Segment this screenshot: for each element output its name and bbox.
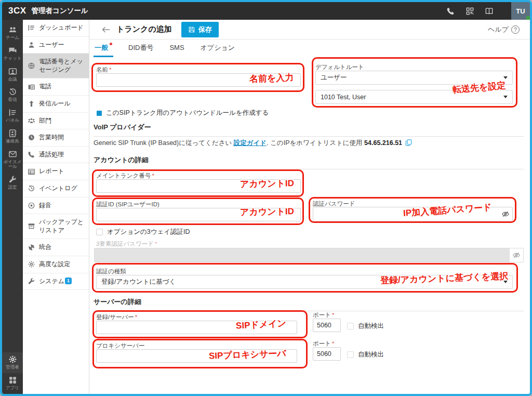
rail-item-voicemail[interactable]: ボイスメール — [2, 147, 23, 173]
rail-bottom: 管理者アプリ — [2, 352, 23, 394]
status-badge: 1 — [65, 278, 72, 284]
auto-detect-checkbox-2[interactable]: 自動検出 — [347, 350, 384, 359]
sidebar-item-label: 統合 — [39, 243, 86, 252]
port1-input[interactable] — [313, 319, 341, 332]
rail-item-label: チーム — [6, 35, 19, 41]
register-server-label: 登録/サーバー* — [96, 313, 137, 321]
sidebar-item-phones[interactable]: 電話 — [23, 78, 89, 96]
rail-item-contacts[interactable]: 連絡先 — [2, 126, 23, 147]
eye-off-icon — [510, 251, 523, 259]
arrow-up-icon — [28, 100, 35, 108]
tab-options[interactable]: オプション — [200, 40, 236, 57]
sidebar-item-label: 発信ルール — [39, 100, 86, 108]
deskphone-icon — [28, 83, 35, 91]
rail-item-apps[interactable]: アプリ — [2, 373, 23, 394]
auto-detect-label: 自動検出 — [358, 322, 384, 331]
avatar[interactable]: TU — [511, 2, 530, 20]
rail-item-label: ボイスメール — [3, 160, 22, 170]
setup-guide-link[interactable]: 設定ガイド — [234, 139, 267, 147]
sidebar-item-system[interactable]: システム1 — [23, 273, 89, 291]
name-input[interactable] — [96, 73, 301, 87]
sidebar-item-label: 通話処理 — [39, 151, 86, 159]
auth-id-input[interactable] — [96, 208, 301, 221]
chevron-down-icon — [503, 96, 508, 98]
sidebar-item-advanced[interactable]: 高度な設定 — [23, 256, 89, 273]
sidebar-item-label: システム1 — [39, 278, 86, 286]
sidebar-item-label: 電話 — [39, 83, 86, 91]
tab-did[interactable]: DID番号 — [127, 40, 154, 57]
main-trunk-input[interactable] — [96, 179, 301, 193]
rail-item-admin[interactable]: 管理者 — [2, 352, 23, 373]
panel-icon — [8, 108, 17, 117]
port2-input[interactable] — [313, 347, 341, 361]
topbar-actions: TU — [446, 2, 530, 20]
route-destination-value: 1010 Test, User — [321, 94, 503, 101]
rail-item-settings[interactable]: 設定 — [2, 173, 23, 193]
chat-icon — [8, 46, 17, 55]
threeway-auth-label: オプションの3ウェイ認証ID — [107, 228, 190, 236]
qr-code-icon[interactable] — [466, 7, 474, 16]
sidebar-item-event-log[interactable]: イベントログ — [23, 180, 89, 197]
rail-item-label: 設定 — [8, 185, 17, 190]
auth-id-label: 認証ID (SIPユーザーID) — [96, 201, 159, 208]
back-icon[interactable] — [101, 25, 111, 34]
rail-item-panel[interactable]: パネル — [2, 105, 23, 126]
sidebar-item-integrations[interactable]: 統合 — [23, 239, 89, 256]
sidebar-item-label: バックアップとリストア — [39, 218, 86, 234]
route-destination-select[interactable]: 1010 Test, User — [315, 90, 513, 104]
eye-off-icon[interactable] — [499, 210, 512, 218]
voip-section-title: VoIP プロバイダー — [94, 123, 524, 137]
proxy-server-input[interactable] — [96, 349, 297, 363]
rail-item-calls[interactable]: 着信 — [2, 85, 23, 105]
sidebar-item-recordings[interactable]: 録音 — [23, 197, 89, 215]
copy-icon[interactable] — [405, 139, 413, 147]
route-type-select[interactable]: ユーザー — [315, 71, 513, 85]
rail-spacer — [2, 193, 23, 353]
group-icon — [28, 117, 35, 125]
sidebar-item-reports[interactable]: レポート — [23, 163, 89, 180]
book-icon[interactable] — [485, 7, 494, 16]
sidebar-item-label: 電話番号とメッセージング — [39, 58, 86, 74]
route-type-value: ユーザー — [321, 73, 503, 82]
dashboard-icon — [28, 24, 35, 32]
record-icon — [28, 202, 35, 209]
rail-item-label: パネル — [6, 118, 19, 123]
outbound-rule-checkbox[interactable]: このSIPトランク用のアウトバウンドルールを作成する — [97, 109, 269, 117]
sidebar-item-call-handling[interactable]: 通話処理 — [23, 147, 89, 164]
rail-item-label: 連絡先 — [6, 139, 19, 144]
sidebar-item-outbound-rules[interactable]: 発信ルール — [23, 96, 89, 113]
rail-item-meet[interactable]: 会議 — [2, 64, 23, 85]
gear-icon — [8, 355, 17, 364]
tab-general[interactable]: 一般 — [94, 40, 113, 57]
phone-icon[interactable] — [446, 7, 455, 16]
chevron-down-icon — [503, 76, 508, 79]
provider-text: Generic SIP Trunk (IP Based)に従ってください — [94, 139, 234, 147]
auth-type-select[interactable]: 登録/アカウントに基づく — [96, 275, 513, 289]
proxy-server-label: プロキシサーバー — [96, 342, 145, 350]
sidebar-item-backup-restore[interactable]: バックアップとリストア — [23, 214, 89, 239]
required-mark: * — [109, 67, 111, 73]
required-mark: * — [152, 173, 154, 179]
rail-item-teams[interactable]: チーム — [2, 23, 23, 44]
sidebar-item-users[interactable]: ユーザー — [23, 37, 89, 54]
sidebar-item-label: イベントログ — [39, 184, 86, 193]
sidebar-item-dashboard[interactable]: ダッシュボード — [23, 20, 89, 37]
sidebar-item-departments[interactable]: 部門 — [23, 113, 89, 130]
register-server-input[interactable] — [96, 321, 297, 334]
auto-detect-checkbox-1[interactable]: 自動検出 — [347, 322, 384, 331]
tab-sms[interactable]: SMS — [168, 41, 185, 56]
user-icon — [28, 41, 35, 49]
rail-item-chat[interactable]: チャット — [2, 44, 23, 64]
account-section-title: アカウントの詳細 — [94, 155, 524, 169]
tab-label: DID番号 — [128, 44, 153, 51]
auth-password-input[interactable] — [313, 207, 513, 221]
auto-detect-label: 自動検出 — [358, 350, 384, 359]
save-button[interactable]: 保存 — [181, 22, 219, 37]
sidebar-item-business-hours[interactable]: 営業時間 — [23, 129, 89, 147]
main-content: トランクの追加 保存 ヘルプ ? 一般 DID番号 SMS オプション 名前* — [89, 20, 530, 394]
threeway-auth-checkbox[interactable]: オプションの3ウェイ認証ID — [96, 228, 190, 236]
sidebar-item-numbers-messaging[interactable]: 電話番号とメッセージング — [23, 54, 89, 78]
help-button[interactable]: ヘルプ ? — [488, 25, 530, 34]
sidebar: ダッシュボードユーザー電話番号とメッセージング電話発信ルール部門営業時間通話処理… — [23, 20, 89, 394]
sidebar-item-label: 高度な設定 — [39, 260, 86, 269]
